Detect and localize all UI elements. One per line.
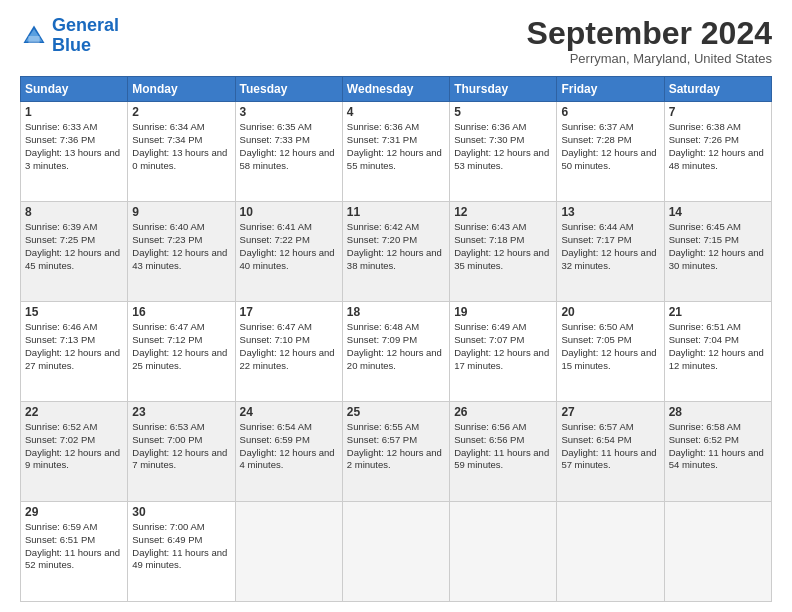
day-19: 19 Sunrise: 6:49 AMSunset: 7:07 PMDaylig… xyxy=(450,302,557,402)
col-thursday: Thursday xyxy=(450,77,557,102)
svg-rect-2 xyxy=(28,36,39,43)
logo-text: General Blue xyxy=(52,16,119,56)
week-5: 29 Sunrise: 6:59 AMSunset: 6:51 PMDaylig… xyxy=(21,502,772,602)
day-26: 26 Sunrise: 6:56 AMSunset: 6:56 PMDaylig… xyxy=(450,402,557,502)
day-3: 3 Sunrise: 6:35 AMSunset: 7:33 PMDayligh… xyxy=(235,102,342,202)
day-21: 21 Sunrise: 6:51 AMSunset: 7:04 PMDaylig… xyxy=(664,302,771,402)
day-5: 5 Sunrise: 6:36 AMSunset: 7:30 PMDayligh… xyxy=(450,102,557,202)
day-17: 17 Sunrise: 6:47 AMSunset: 7:10 PMDaylig… xyxy=(235,302,342,402)
logo-general: General xyxy=(52,15,119,35)
calendar-header-row: Sunday Monday Tuesday Wednesday Thursday… xyxy=(21,77,772,102)
day-13: 13 Sunrise: 6:44 AMSunset: 7:17 PMDaylig… xyxy=(557,202,664,302)
day-1: 1 Sunrise: 6:33 AMSunset: 7:36 PMDayligh… xyxy=(21,102,128,202)
logo-blue: Blue xyxy=(52,35,91,55)
day-11: 11 Sunrise: 6:42 AMSunset: 7:20 PMDaylig… xyxy=(342,202,449,302)
title-block: September 2024 Perryman, Maryland, Unite… xyxy=(527,16,772,66)
logo-icon xyxy=(20,22,48,50)
day-7: 7 Sunrise: 6:38 AMSunset: 7:26 PMDayligh… xyxy=(664,102,771,202)
header: General Blue September 2024 Perryman, Ma… xyxy=(20,16,772,66)
day-empty-4 xyxy=(557,502,664,602)
week-1: 1 Sunrise: 6:33 AMSunset: 7:36 PMDayligh… xyxy=(21,102,772,202)
col-friday: Friday xyxy=(557,77,664,102)
col-tuesday: Tuesday xyxy=(235,77,342,102)
day-16: 16 Sunrise: 6:47 AMSunset: 7:12 PMDaylig… xyxy=(128,302,235,402)
day-empty-5 xyxy=(664,502,771,602)
day-8: 8 Sunrise: 6:39 AMSunset: 7:25 PMDayligh… xyxy=(21,202,128,302)
day-25: 25 Sunrise: 6:55 AMSunset: 6:57 PMDaylig… xyxy=(342,402,449,502)
calendar-table: Sunday Monday Tuesday Wednesday Thursday… xyxy=(20,76,772,602)
day-29: 29 Sunrise: 6:59 AMSunset: 6:51 PMDaylig… xyxy=(21,502,128,602)
day-2: 2 Sunrise: 6:34 AMSunset: 7:34 PMDayligh… xyxy=(128,102,235,202)
day-18: 18 Sunrise: 6:48 AMSunset: 7:09 PMDaylig… xyxy=(342,302,449,402)
location: Perryman, Maryland, United States xyxy=(527,51,772,66)
col-sunday: Sunday xyxy=(21,77,128,102)
col-monday: Monday xyxy=(128,77,235,102)
day-22: 22 Sunrise: 6:52 AMSunset: 7:02 PMDaylig… xyxy=(21,402,128,502)
week-3: 15 Sunrise: 6:46 AMSunset: 7:13 PMDaylig… xyxy=(21,302,772,402)
week-2: 8 Sunrise: 6:39 AMSunset: 7:25 PMDayligh… xyxy=(21,202,772,302)
day-6: 6 Sunrise: 6:37 AMSunset: 7:28 PMDayligh… xyxy=(557,102,664,202)
day-10: 10 Sunrise: 6:41 AMSunset: 7:22 PMDaylig… xyxy=(235,202,342,302)
day-15: 15 Sunrise: 6:46 AMSunset: 7:13 PMDaylig… xyxy=(21,302,128,402)
day-empty-1 xyxy=(235,502,342,602)
day-23: 23 Sunrise: 6:53 AMSunset: 7:00 PMDaylig… xyxy=(128,402,235,502)
day-28: 28 Sunrise: 6:58 AMSunset: 6:52 PMDaylig… xyxy=(664,402,771,502)
day-empty-3 xyxy=(450,502,557,602)
col-wednesday: Wednesday xyxy=(342,77,449,102)
day-30: 30 Sunrise: 7:00 AMSunset: 6:49 PMDaylig… xyxy=(128,502,235,602)
day-4: 4 Sunrise: 6:36 AMSunset: 7:31 PMDayligh… xyxy=(342,102,449,202)
day-9: 9 Sunrise: 6:40 AMSunset: 7:23 PMDayligh… xyxy=(128,202,235,302)
day-14: 14 Sunrise: 6:45 AMSunset: 7:15 PMDaylig… xyxy=(664,202,771,302)
day-12: 12 Sunrise: 6:43 AMSunset: 7:18 PMDaylig… xyxy=(450,202,557,302)
day-empty-2 xyxy=(342,502,449,602)
month-title: September 2024 xyxy=(527,16,772,51)
week-4: 22 Sunrise: 6:52 AMSunset: 7:02 PMDaylig… xyxy=(21,402,772,502)
day-24: 24 Sunrise: 6:54 AMSunset: 6:59 PMDaylig… xyxy=(235,402,342,502)
logo: General Blue xyxy=(20,16,119,56)
page: General Blue September 2024 Perryman, Ma… xyxy=(0,0,792,612)
col-saturday: Saturday xyxy=(664,77,771,102)
day-20: 20 Sunrise: 6:50 AMSunset: 7:05 PMDaylig… xyxy=(557,302,664,402)
day-27: 27 Sunrise: 6:57 AMSunset: 6:54 PMDaylig… xyxy=(557,402,664,502)
